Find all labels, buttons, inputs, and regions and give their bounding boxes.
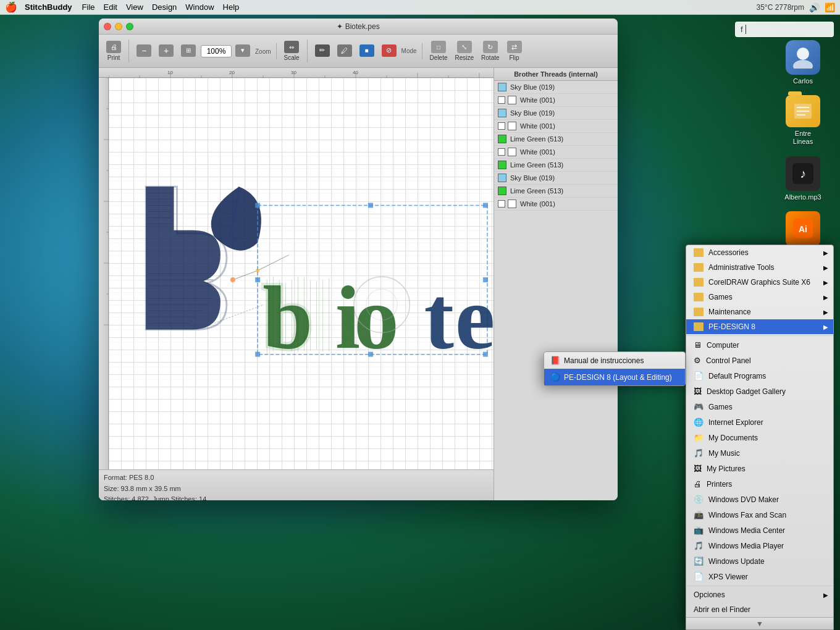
menu-games[interactable]: Games ▶ [686,290,833,304]
volume-icon[interactable]: 🔊 [809,2,820,12]
menu-window[interactable]: Window [185,2,214,12]
minimize-button[interactable] [115,23,122,30]
my-pics-label: My Pictures [707,464,826,473]
menu-view[interactable]: View [126,2,143,12]
menu-pe-design-8[interactable]: PE-DESIGN 8 ▶ [686,319,833,334]
wifi-icon[interactable]: 📶 [825,2,835,12]
thread-item-8[interactable]: Sky Blue (019) [494,172,618,185]
zoom-minus-button[interactable]: − [134,43,154,59]
menu-desktop-gadget[interactable]: 🖼 Desktop Gadget Gallery [686,384,833,399]
alberto-mp3-icon: ♪ [786,156,820,191]
menu-default-programs[interactable]: 📄 Default Programs [686,368,833,384]
menu-coreldraw[interactable]: CorelDRAW Graphics Suite X6 ▶ [686,275,833,290]
flip-button[interactable]: ⇄ Flip [505,40,524,62]
menu-administrative-tools[interactable]: Administrative Tools ▶ [686,260,833,275]
canvas-area[interactable]: 10 20 30 40 [99,68,494,500]
pe-design-icon [694,322,704,331]
rotate-icon: ↻ [483,41,498,53]
scroll-down-icon: ▼ [756,620,763,628]
menu-control-panel[interactable]: ⚙ Control Panel [686,353,833,368]
menu-media-center[interactable]: 📺 Windows Media Center [686,523,833,538]
mode-pencil-button[interactable]: ✏ [313,43,332,59]
svg-point-57 [230,277,235,282]
app-name[interactable]: StitchBuddy [25,2,72,12]
svg-text:e: e [455,268,494,368]
search-cursor [746,25,749,34]
media-player-icon: 🎵 [694,541,704,550]
menu-abrir-finder[interactable]: Abrir en el Finder [686,602,833,617]
desktop-icon-carlos[interactable]: Carlos [778,40,828,85]
fax-scan-icon: 📠 [694,510,704,519]
mode-cancel-icon: ⊘ [382,44,397,57]
desktop-icon-alberto-mp3[interactable]: ♪ Alberto.mp3 [778,156,828,201]
print-button[interactable]: 🖨 Print [104,40,124,62]
search-value[interactable]: f [741,25,743,34]
thread-item-6[interactable]: White (001) [494,146,618,159]
my-music-icon: 🎵 [694,448,704,458]
mode-fill-button[interactable]: ■ [357,43,377,59]
thread-item-7[interactable]: Lime Green (513) [494,159,618,172]
menu-accessories[interactable]: Accessories ▶ [686,245,833,260]
menu-xps-viewer[interactable]: 📄 XPS Viewer [686,569,833,584]
mode-fill-icon: ■ [359,44,374,57]
menu-internet-explorer[interactable]: 🌐 Internet Explorer [686,414,833,430]
thread-item-4[interactable]: White (001) [494,120,618,133]
submenu-layout-editing[interactable]: 🔵 PE-DESIGN 8 (Layout & Editing) [544,369,685,385]
pe-design-arrow: ▶ [823,324,828,330]
ie-icon: 🌐 [694,418,704,427]
games-folder-label: Games [708,293,826,301]
desktop-icons: Carlos EntreLineas ♪ [778,40,828,263]
thread-item-9[interactable]: Lime Green (513) [494,185,618,198]
zoom-dropdown-button[interactable]: ▾ [233,43,253,59]
menu-dvd-maker[interactable]: 💿 Windows DVD Maker [686,492,833,507]
menu-fax-scan[interactable]: 📠 Windows Fax and Scan [686,507,833,523]
maintenance-arrow: ▶ [823,309,828,316]
media-center-label: Windows Media Center [708,526,826,535]
main-content: 10 20 30 40 [99,68,618,500]
delete-button[interactable]: □ Delete [427,40,450,62]
mode-pen-icon: 🖊 [337,44,352,57]
rotate-button[interactable]: ↻ Rotate [479,40,502,62]
menu-computer[interactable]: 🖥 Computer [686,337,833,353]
zoom-input[interactable] [201,45,232,57]
apple-menu-icon[interactable]: 🍎 [5,1,17,13]
zoom-plus-icon: + [159,44,174,57]
desktop-icon-entre-lineas[interactable]: EntreLineas [778,95,828,146]
my-docs-icon: 📁 [694,433,704,442]
menu-file[interactable]: File [82,2,95,12]
thread-item-5[interactable]: Lime Green (513) [494,133,618,146]
menu-opciones[interactable]: Opciones ▶ [686,587,833,602]
zoom-fit-icon: ⊞ [181,44,196,57]
zoom-fit-button[interactable]: ⊞ [178,43,198,59]
menu-my-documents[interactable]: 📁 My Documents [686,430,833,445]
menu-my-pictures[interactable]: 🖼 My Pictures [686,461,833,476]
thread-item-1[interactable]: Sky Blue (019) [494,81,618,94]
zoom-dropdown-icon: ▾ [235,44,250,57]
menu-printers[interactable]: 🖨 Printers [686,476,833,492]
menu-my-music[interactable]: 🎵 My Music [686,445,833,461]
zoom-plus-button[interactable]: + [156,43,176,59]
thread-swatch-6 [508,148,516,156]
close-button[interactable] [104,23,111,30]
resize-label: Resize [455,54,474,61]
scale-button[interactable]: ⇔ Scale [282,40,302,62]
drawing-canvas[interactable]: b b i o t e [109,78,494,469]
submenu-manual[interactable]: 📕 Manual de instrucciones [544,352,685,369]
thread-item-2[interactable]: White (001) [494,94,618,107]
thread-name-4: White (001) [520,122,555,130]
mode-cancel-button[interactable]: ⊘ [379,43,399,59]
menu-media-player[interactable]: 🎵 Windows Media Player [686,538,833,553]
menu-games2[interactable]: 🎮 Games [686,399,833,414]
menu-windows-update[interactable]: 🔄 Windows Update [686,553,833,569]
menu-edit[interactable]: Edit [104,2,117,12]
mode-pen-button[interactable]: 🖊 [335,43,355,59]
maximize-button[interactable] [126,23,133,30]
thread-swatch-4 [508,122,516,130]
menu-design[interactable]: Design [152,2,177,12]
thread-item-10[interactable]: White (001) [494,198,618,211]
thread-item-3[interactable]: Sky Blue (019) [494,107,618,120]
menu-help[interactable]: Help [223,2,240,12]
printers-icon: 🖨 [694,479,702,489]
resize-button[interactable]: ⤡ Resize [453,40,477,62]
menu-maintenance[interactable]: Maintenance ▶ [686,304,833,319]
